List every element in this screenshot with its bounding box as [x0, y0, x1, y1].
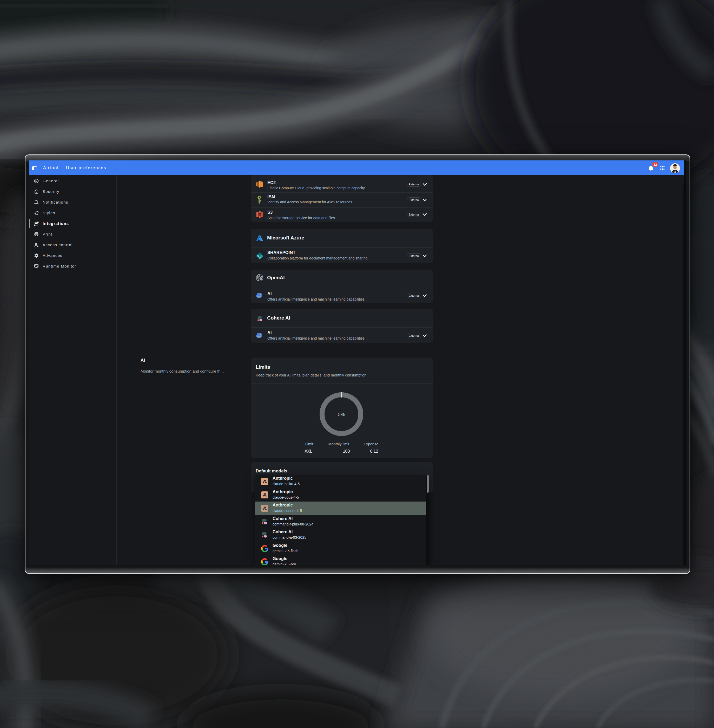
svg-text:S: S — [257, 254, 259, 257]
